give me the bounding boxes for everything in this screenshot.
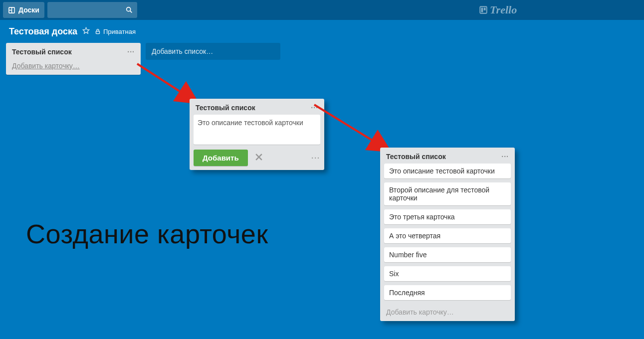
board-name[interactable]: Тестовая доска — [9, 26, 77, 37]
app-header: Доски Trello — [0, 0, 644, 20]
card[interactable]: Последняя — [384, 285, 511, 300]
privacy-label: Приватная — [103, 28, 136, 35]
add-card-link[interactable]: Добавить карточку… — [384, 304, 511, 317]
list-stage3: Тестовый список ··· Это описание тестово… — [380, 148, 515, 321]
board-canvas: Тестовый список ··· Добавить карточку… Д… — [0, 43, 644, 75]
add-list-label: Добавить список… — [152, 47, 213, 55]
list-menu-button[interactable]: ··· — [127, 48, 135, 56]
svg-rect-7 — [484, 8, 486, 10]
boards-button-label: Доски — [18, 6, 39, 14]
card[interactable]: Второй описание для тестовой карточки — [384, 182, 511, 205]
lock-icon — [95, 28, 101, 34]
boards-button[interactable]: Доски — [3, 2, 44, 18]
svg-rect-6 — [481, 8, 483, 12]
composer-actions: Добавить ··· — [194, 150, 320, 166]
composer-options-button[interactable]: ··· — [311, 154, 320, 162]
add-button[interactable]: Добавить — [194, 150, 248, 166]
card[interactable]: Six — [384, 266, 511, 281]
card[interactable]: А это четвертая — [384, 228, 511, 243]
svg-rect-5 — [480, 6, 487, 13]
svg-marker-8 — [83, 27, 89, 33]
svg-point-3 — [127, 7, 131, 11]
search-icon — [125, 6, 133, 14]
list-stage1: Тестовый список ··· Добавить карточку… — [6, 43, 141, 75]
slide-caption: Создание карточек — [26, 218, 268, 249]
cancel-button[interactable] — [254, 152, 264, 164]
cards-container: Это описание тестовой карточкиВторой опи… — [384, 164, 511, 300]
card-composer-textarea[interactable]: Это описание тестовой карточки — [194, 115, 320, 145]
card[interactable]: Number five — [384, 247, 511, 262]
close-icon — [254, 152, 264, 162]
svg-line-4 — [130, 11, 132, 13]
star-icon — [82, 27, 90, 34]
trello-logo-icon — [479, 5, 488, 14]
add-card-link[interactable]: Добавить карточку… — [10, 59, 137, 71]
list-title[interactable]: Тестовый список — [196, 104, 255, 112]
star-button[interactable] — [82, 27, 90, 36]
composer-text: Это описание тестовой карточки — [198, 119, 303, 127]
search-input[interactable] — [47, 2, 137, 18]
card[interactable]: Это описание тестовой карточки — [384, 164, 511, 178]
list-menu-button[interactable]: ··· — [501, 153, 509, 161]
list-title[interactable]: Тестовый список — [386, 153, 446, 161]
board-header: Тестовая доска Приватная — [0, 20, 644, 43]
privacy-button[interactable]: Приватная — [95, 28, 136, 35]
trello-logo-text: Trello — [490, 3, 517, 16]
card[interactable]: Это третья карточка — [384, 209, 511, 224]
svg-line-13 — [314, 105, 382, 146]
add-list-button[interactable]: Добавить список… — [146, 43, 280, 60]
trello-logo[interactable]: Trello — [479, 3, 517, 16]
list-title[interactable]: Тестовый список — [12, 48, 72, 56]
svg-rect-9 — [96, 31, 100, 34]
list-stage2: Тестовый список ··· Это описание тестово… — [190, 99, 324, 170]
board-icon — [8, 6, 15, 14]
list-menu-button[interactable]: ··· — [311, 104, 318, 112]
